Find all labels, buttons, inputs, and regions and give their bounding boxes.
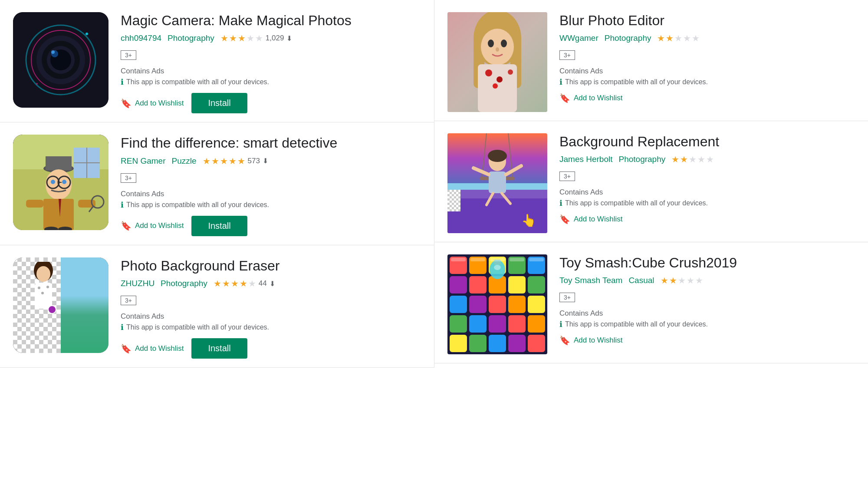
svg-rect-92 bbox=[528, 315, 545, 333]
star-1: ★ bbox=[214, 278, 221, 289]
bookmark-icon: 🔖 bbox=[559, 93, 570, 103]
category-photo-bg: Photography bbox=[161, 279, 207, 288]
star-5: ★ bbox=[695, 275, 703, 286]
contains-ads-toy-smash: Contains Ads bbox=[559, 309, 855, 318]
age-badge-photo-bg: 3+ bbox=[121, 296, 136, 305]
svg-rect-56 bbox=[447, 190, 460, 211]
wishlist-btn-photo-bg[interactable]: 🔖 Add to Wishlist bbox=[121, 343, 184, 354]
install-btn-find-difference[interactable]: Install bbox=[191, 216, 247, 236]
stars-magic-camera: ★ ★ ★ ★ ★ bbox=[220, 33, 263, 43]
wishlist-btn-toy-smash[interactable]: 🔖 Add to Wishlist bbox=[559, 335, 622, 346]
app-icon-find-difference bbox=[13, 135, 108, 230]
compatibility-magic-camera: ℹ This app is compatible with all of you… bbox=[121, 77, 421, 87]
download-icon: ⬇ bbox=[270, 280, 275, 288]
download-icon: ⬇ bbox=[286, 34, 292, 43]
bookmark-icon: 🔖 bbox=[559, 335, 570, 346]
compat-icon: ℹ bbox=[121, 323, 124, 332]
star-2: ★ bbox=[222, 278, 230, 289]
bookmark-icon: 🔖 bbox=[121, 98, 132, 109]
star-5: ★ bbox=[692, 33, 700, 43]
right-column: Blur Photo Editor WWgamer Photography ★ … bbox=[434, 0, 868, 368]
compatibility-photo-bg: ℹ This app is compatible with all of you… bbox=[121, 323, 421, 332]
star-4: ★ bbox=[247, 33, 254, 43]
star-2: ★ bbox=[211, 156, 219, 166]
star-3: ★ bbox=[220, 156, 228, 166]
compat-icon: ℹ bbox=[121, 200, 124, 210]
svg-rect-93 bbox=[450, 335, 467, 352]
app-meta-magic-camera: chh094794 Photography ★ ★ ★ ★ ★ 1,029 ⬇ bbox=[121, 33, 421, 43]
svg-point-10 bbox=[36, 83, 38, 85]
category-background-replacement: Photography bbox=[619, 155, 666, 164]
svg-rect-101 bbox=[451, 258, 466, 261]
svg-rect-89 bbox=[469, 315, 487, 333]
wishlist-btn-blur-photo[interactable]: 🔖 Add to Wishlist bbox=[559, 93, 622, 103]
svg-rect-82 bbox=[528, 276, 545, 293]
rating-background-replacement: ★ ★ ★ ★ ★ bbox=[671, 154, 714, 165]
app-row-toy-smash: Toy Smash:Cube Crush2019 Toy Smash Team … bbox=[434, 242, 868, 363]
rating-blur-photo: ★ ★ ★ ★ ★ bbox=[657, 33, 700, 43]
star-4: ★ bbox=[229, 156, 237, 166]
rating-count-photo-bg: 44 bbox=[259, 279, 267, 288]
install-btn-photo-bg[interactable]: Install bbox=[191, 338, 247, 359]
compat-icon: ℹ bbox=[559, 320, 562, 329]
svg-point-46 bbox=[496, 47, 499, 52]
svg-rect-84 bbox=[469, 296, 487, 313]
wishlist-btn-background-replacement[interactable]: 🔖 Add to Wishlist bbox=[559, 214, 622, 224]
bookmark-icon: 🔖 bbox=[121, 343, 132, 354]
rating-count-magic-camera: 1,029 bbox=[266, 34, 284, 43]
wishlist-btn-find-difference[interactable]: 🔖 Add to Wishlist bbox=[121, 221, 184, 231]
svg-rect-96 bbox=[508, 335, 526, 352]
star-5: ★ bbox=[255, 33, 263, 43]
rating-find-difference: ★ ★ ★ ★ ★ 573 ⬇ bbox=[203, 156, 268, 166]
compat-icon: ℹ bbox=[559, 198, 562, 208]
stars-photo-bg: ★ ★ ★ ★ ★ bbox=[214, 278, 256, 289]
app-title-find-difference: Find the difference: smart detective bbox=[121, 135, 421, 151]
developer-blur-photo: WWgamer bbox=[559, 33, 598, 43]
svg-rect-90 bbox=[489, 315, 506, 333]
screenshot-toy-smash bbox=[447, 254, 547, 354]
developer-find-difference: REN Gamer bbox=[121, 156, 165, 166]
install-btn-magic-camera[interactable]: Install bbox=[191, 93, 247, 113]
rating-count-find-difference: 573 bbox=[248, 157, 260, 165]
app-row-background-replacement: 👆 Background Replacement James Herbolt P… bbox=[434, 121, 868, 242]
star-2: ★ bbox=[229, 33, 237, 43]
star-4: ★ bbox=[687, 275, 694, 286]
app-row-photo-bg: Photo Background Eraser ZHUZHU Photograp… bbox=[0, 245, 434, 368]
svg-rect-17 bbox=[46, 156, 72, 170]
svg-rect-34 bbox=[35, 283, 52, 309]
app-row-magic-camera: Magic Camera: Make Magical Photos chh094… bbox=[0, 0, 434, 122]
category-magic-camera: Photography bbox=[168, 33, 214, 43]
star-4: ★ bbox=[683, 33, 691, 43]
star-2: ★ bbox=[666, 33, 674, 43]
wishlist-btn-magic-camera[interactable]: 🔖 Add to Wishlist bbox=[121, 98, 184, 109]
star-5: ★ bbox=[706, 154, 714, 165]
contains-ads-photo-bg: Contains Ads bbox=[121, 312, 421, 321]
svg-rect-104 bbox=[510, 258, 524, 261]
compatibility-find-difference: ℹ This app is compatible with all of you… bbox=[121, 200, 421, 210]
svg-rect-91 bbox=[508, 315, 526, 333]
svg-rect-95 bbox=[489, 335, 506, 352]
star-4: ★ bbox=[240, 278, 247, 289]
svg-rect-97 bbox=[528, 335, 545, 352]
star-1: ★ bbox=[661, 275, 668, 286]
developer-photo-bg: ZHUZHU bbox=[121, 279, 155, 288]
app-meta-blur-photo: WWgamer Photography ★ ★ ★ ★ ★ bbox=[559, 33, 855, 43]
svg-rect-88 bbox=[450, 315, 467, 333]
svg-point-50 bbox=[508, 69, 513, 75]
rating-magic-camera: ★ ★ ★ ★ ★ 1,029 ⬇ bbox=[220, 33, 293, 43]
developer-background-replacement: James Herbolt bbox=[559, 155, 613, 164]
app-info-magic-camera: Magic Camera: Make Magical Photos chh094… bbox=[121, 12, 421, 113]
compatibility-toy-smash: ℹ This app is compatible with all of you… bbox=[559, 320, 855, 329]
svg-text:👆: 👆 bbox=[521, 213, 536, 228]
app-row-blur-photo: Blur Photo Editor WWgamer Photography ★ … bbox=[434, 0, 868, 121]
actions-background-replacement: 🔖 Add to Wishlist bbox=[559, 214, 855, 224]
star-1: ★ bbox=[657, 33, 665, 43]
contains-ads-background-replacement: Contains Ads bbox=[559, 188, 855, 197]
age-badge-blur-photo: 3+ bbox=[559, 50, 575, 60]
age-badge-background-replacement: 3+ bbox=[559, 171, 575, 181]
screenshot-background-replacement: 👆 bbox=[447, 133, 547, 233]
svg-point-65 bbox=[488, 150, 507, 162]
star-5: ★ bbox=[248, 278, 256, 289]
star-5: ★ bbox=[237, 156, 245, 166]
actions-blur-photo: 🔖 Add to Wishlist bbox=[559, 93, 855, 103]
